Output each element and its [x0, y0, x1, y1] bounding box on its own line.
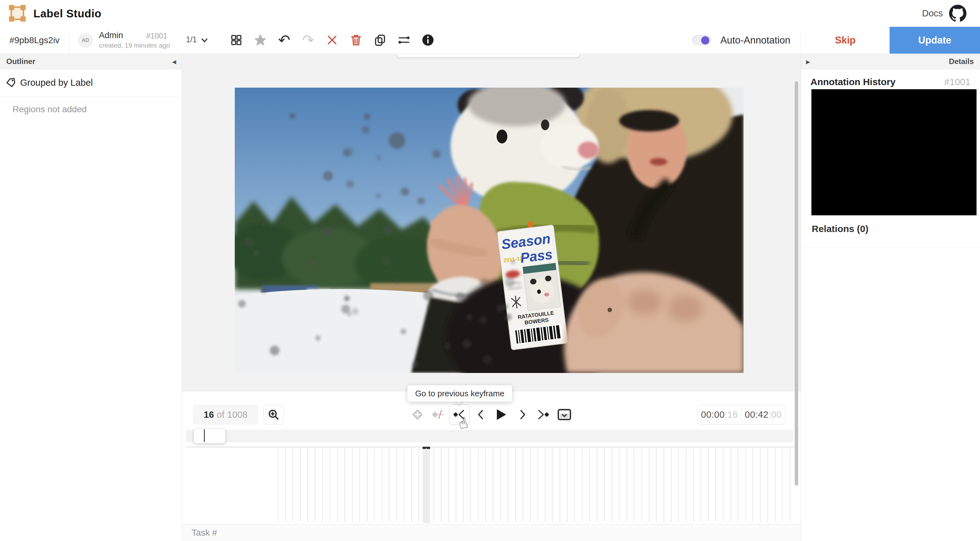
- timeline-ruler[interactable]: [182, 447, 801, 524]
- reject-button[interactable]: [323, 31, 341, 49]
- expand-panel-icon[interactable]: ▶: [806, 59, 810, 65]
- add-keyframe-icon: [410, 408, 425, 421]
- timeline-tick: [508, 448, 508, 522]
- timeline-collapse-icon: [557, 408, 572, 421]
- delete-button[interactable]: [347, 31, 365, 49]
- docs-link[interactable]: Docs: [922, 0, 943, 27]
- relations-title: Relations (0): [812, 223, 869, 234]
- timeline-tick: [382, 448, 382, 522]
- timeline-tick: [552, 448, 553, 522]
- video-frame[interactable]: Season 2011-12 Pass RATATOUILLE: [235, 88, 744, 373]
- redo-button[interactable]: ↷: [299, 31, 317, 49]
- timeline-tick: [582, 448, 583, 522]
- label-studio-logo-icon: [8, 4, 27, 22]
- timeline-tick: [359, 448, 360, 522]
- timeline-tick: [589, 448, 590, 522]
- group-by-label-selector[interactable]: Grouped by Label: [0, 69, 182, 96]
- copy-icon: [374, 34, 386, 46]
- time-duration-field[interactable]: 00:42:00: [741, 405, 785, 425]
- timeline-tick: [604, 448, 605, 522]
- info-button[interactable]: [419, 31, 437, 49]
- app-header: Label Studio Docs: [0, 0, 980, 27]
- frame-counter[interactable]: 16 of 1008: [193, 404, 258, 425]
- annotation-id: #1001: [146, 32, 167, 40]
- timeline-tick: [597, 448, 597, 522]
- reject-x-icon: [326, 34, 338, 46]
- timeline-tick: [374, 448, 375, 522]
- timeline-tick: [693, 448, 694, 522]
- seek-playhead-line: [204, 429, 205, 442]
- timeline-tick: [515, 448, 516, 522]
- timeline-collapse-button[interactable]: [555, 404, 573, 425]
- divider: [801, 247, 980, 248]
- timeline-tick: [619, 448, 619, 522]
- label-studio-app: Label Studio Docs #9pb8Lgs2iv AD Admin #…: [0, 0, 980, 541]
- duplicate-button[interactable]: [371, 31, 389, 49]
- timeline-tick: [775, 448, 775, 522]
- seek-thumb[interactable]: [194, 428, 226, 444]
- timeline-tick: [478, 448, 479, 522]
- timeline-tick: [329, 448, 330, 522]
- annotations-pager[interactable]: 1/1: [186, 35, 197, 44]
- annotation-history-preview[interactable]: [811, 89, 977, 215]
- prev-keyframe-icon: [452, 408, 466, 421]
- grid-view-button[interactable]: [228, 31, 245, 49]
- star-icon: [253, 33, 267, 47]
- timeline-tick: [404, 448, 404, 522]
- outliner-panel: Outliner ◀ Grouped by Label Regions not …: [0, 54, 182, 541]
- user-avatar[interactable]: AD: [78, 33, 93, 48]
- toolbar-icons: ↶ ↷: [228, 31, 437, 49]
- timeline-tick: [367, 448, 368, 522]
- auto-annotation-toggle[interactable]: [692, 35, 711, 45]
- play-icon: [494, 408, 508, 421]
- timeline-tick: [700, 448, 701, 522]
- timeline-tick: [307, 448, 308, 522]
- prev-keyframe-button[interactable]: [449, 404, 469, 425]
- frame-separator: of: [217, 410, 224, 420]
- collapse-panel-icon[interactable]: ◀: [172, 59, 176, 65]
- time-position-field[interactable]: 00:00:16: [698, 405, 741, 425]
- chevron-down-icon[interactable]: [200, 36, 208, 45]
- skip-button[interactable]: Skip: [801, 27, 889, 54]
- zoom-in-icon: [268, 409, 279, 420]
- timeline-tick: [522, 448, 523, 522]
- timeline-tick: [560, 448, 560, 522]
- next-frame-button[interactable]: [514, 404, 532, 425]
- timeline-tick: [574, 448, 575, 522]
- vertical-scrollbar[interactable]: [795, 81, 798, 485]
- timeline-tick: [641, 448, 642, 522]
- github-icon[interactable]: [949, 5, 966, 22]
- undo-button[interactable]: ↶: [275, 31, 293, 49]
- timeline-tick: [500, 448, 501, 522]
- play-button[interactable]: [492, 404, 510, 425]
- task-id: #9pb8Lgs2iv: [0, 27, 69, 54]
- outliner-title: Outliner: [6, 54, 35, 69]
- timeline-tick: [537, 448, 538, 522]
- timeline-tick: [649, 448, 649, 522]
- prev-frame-button[interactable]: [471, 404, 490, 425]
- seek-track[interactable]: [186, 430, 794, 442]
- timeline-tick: [463, 448, 464, 522]
- add-keyframe-button[interactable]: [408, 404, 427, 425]
- interpolation-button[interactable]: [430, 404, 448, 425]
- regions-empty-text: Regions not added: [13, 104, 87, 115]
- zoom-button[interactable]: [263, 404, 283, 425]
- timeline-tick: [752, 448, 753, 522]
- star-button[interactable]: [251, 31, 269, 49]
- settings-button[interactable]: [395, 31, 413, 49]
- floating-panel-edge: [397, 54, 580, 57]
- timeline-tick: [723, 448, 724, 522]
- timeline-tick: [337, 448, 337, 522]
- timeline-tick: [686, 448, 686, 522]
- time-display: 00:00:16 00:42:00: [697, 404, 785, 425]
- trash-icon: [350, 34, 363, 46]
- timeline-tick: [767, 448, 768, 522]
- timeline-tick: [738, 448, 738, 522]
- outliner-header: Outliner ◀: [0, 54, 182, 69]
- toggle-knob: [701, 36, 709, 45]
- update-button[interactable]: Update: [889, 27, 980, 54]
- time-duration-frames: :00: [768, 410, 782, 420]
- timeline-tick: [278, 448, 278, 522]
- interpolation-icon: [431, 408, 446, 421]
- next-keyframe-button[interactable]: [534, 404, 552, 425]
